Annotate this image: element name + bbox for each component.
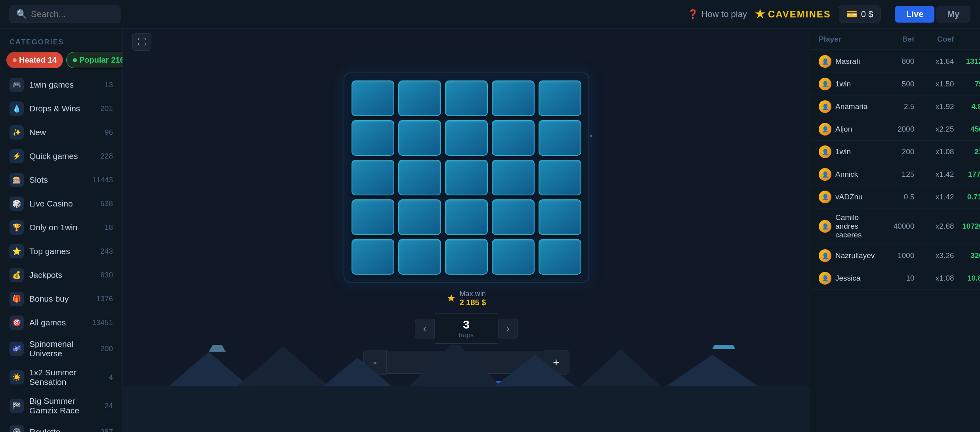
tab-live[interactable]: Live: [895, 6, 934, 23]
lb-coef-1: x1.50: [914, 80, 954, 88]
fullscreen-button[interactable]: ⛶: [132, 33, 151, 51]
mine-cell-15[interactable]: [352, 199, 394, 235]
pill-popular[interactable]: Popular 216: [66, 52, 123, 68]
mine-cell-4[interactable]: [539, 80, 581, 116]
mine-cell-20[interactable]: [352, 239, 394, 275]
mine-cell-9[interactable]: [539, 120, 581, 156]
mine-cell-24[interactable]: [539, 239, 581, 275]
traps-count: 3: [445, 318, 488, 331]
mine-cell-2[interactable]: [445, 80, 488, 116]
howtoplay-button[interactable]: ❓ How to play: [688, 9, 747, 19]
bet-plus-button[interactable]: +: [543, 350, 569, 375]
sidebar-item-9[interactable]: 🎁 Bonus buy 1376: [0, 287, 122, 311]
leaderboard-row-8: 👤 Nazrullayev 1000 x3.26 3260 $: [811, 245, 980, 267]
sidebar-icon-2: ✨: [10, 125, 24, 140]
sidebar-icon-7: ⭐: [10, 244, 24, 258]
sidebar-count-0: 13: [105, 80, 113, 89]
sidebar-icon-13: 🏁: [10, 399, 24, 413]
mines-grid: [344, 73, 589, 283]
search-bar[interactable]: 🔍: [10, 6, 120, 23]
mine-cell-11[interactable]: [398, 160, 441, 195]
lb-player-8: 👤 Nazrullayev: [819, 249, 875, 262]
traps-selector: ‹ 3 traps ›: [415, 313, 518, 344]
sidebar-label-9: Bonus buy: [29, 294, 91, 304]
right-panel: Player Bet Coef Win 👤 Masrafi 800 x1.64 …: [810, 29, 980, 432]
sidebar-item-12[interactable]: ☀️ 1x2 Summer Sensation 4: [0, 363, 122, 392]
howtoplay-label: How to play: [701, 9, 747, 19]
sidebar-label-11: Spinomenal Universe: [29, 339, 95, 358]
header-win: Win: [954, 35, 980, 44]
mine-cell-12[interactable]: [445, 160, 488, 195]
sidebar-item-6[interactable]: 🏆 Only on 1win 18: [0, 216, 122, 239]
play-button[interactable]: Play: [423, 381, 510, 406]
traps-prev-button[interactable]: ‹: [415, 319, 435, 338]
mine-cell-21[interactable]: [398, 239, 441, 275]
mine-cell-0[interactable]: [352, 80, 394, 116]
logo-star-icon: ★: [755, 8, 765, 21]
sidebar-icon-9: 🎁: [10, 292, 24, 306]
mine-cell-1[interactable]: [398, 80, 441, 116]
mine-cell-8[interactable]: [492, 120, 535, 156]
lb-avatar-9: 👤: [819, 272, 831, 285]
lb-win-9: 10.8 R$: [954, 274, 980, 283]
sidebar-item-11[interactable]: 🌌 Spinomenal Universe 200: [0, 335, 122, 363]
header-coef: Coef: [914, 35, 954, 44]
mine-cell-13[interactable]: [492, 160, 535, 195]
sidebar-label-7: Top games: [29, 247, 95, 256]
popular-label: Popular: [79, 55, 109, 65]
sidebar-label-13: Big Summer Gamzix Race: [29, 396, 99, 415]
sidebar-item-4[interactable]: 🎰 Slots 11443: [0, 168, 122, 192]
sidebar-item-7[interactable]: ⭐ Top games 243: [0, 239, 122, 263]
mine-cell-19[interactable]: [539, 199, 581, 235]
lb-avatar-0: 👤: [819, 55, 831, 68]
sidebar-label-12: 1x2 Summer Sensation: [29, 368, 103, 387]
tab-my[interactable]: My: [936, 6, 970, 23]
mine-cell-7[interactable]: [445, 120, 488, 156]
mine-cell-3[interactable]: [492, 80, 535, 116]
main-layout: CATEGORIES Heated 14 Popular 216 🎮 1win …: [0, 29, 980, 432]
lb-bet-2: 2.5: [875, 102, 914, 111]
mine-cell-14[interactable]: [539, 160, 581, 195]
lb-player-4: 👤 1win: [819, 145, 875, 158]
search-input[interactable]: [31, 9, 114, 19]
mine-cell-17[interactable]: [445, 199, 488, 235]
pill-heated[interactable]: Heated 14: [6, 52, 63, 68]
bet-minus-button[interactable]: -: [363, 350, 387, 375]
mine-cell-18[interactable]: [492, 199, 535, 235]
mine-cell-10[interactable]: [352, 160, 394, 195]
search-icon: 🔍: [16, 9, 27, 19]
mine-cell-16[interactable]: [398, 199, 441, 235]
mine-cell-22[interactable]: [445, 239, 488, 275]
sidebar-icon-8: 💰: [10, 268, 24, 282]
sidebar-item-10[interactable]: 🎯 All games 13451: [0, 311, 122, 335]
wallet-icon: 💳: [846, 9, 857, 19]
lb-name-9: Jessica: [835, 274, 860, 283]
lb-name-7: Camilo andres caceres: [835, 213, 875, 239]
sidebar-item-13[interactable]: 🏁 Big Summer Gamzix Race 24: [0, 392, 122, 420]
logo-text: CAVEMINES: [768, 9, 831, 20]
sidebar-item-14[interactable]: 🎡 Roulette 287: [0, 420, 122, 432]
lb-win-0: 1312 Tk: [954, 57, 980, 66]
leaderboard-row-4: 👤 1win 200 x1.08 216 F: [811, 141, 980, 163]
mine-cell-6[interactable]: [398, 120, 441, 156]
sidebar-icon-5: 🎲: [10, 197, 24, 211]
sidebar-item-2[interactable]: ✨ New 96: [0, 120, 122, 144]
traps-next-button[interactable]: ›: [498, 319, 518, 338]
game-area: ⛶ ★ Max.win 2 185 $ ‹: [123, 29, 810, 432]
sidebar-label-0: 1win games: [29, 80, 99, 90]
sidebar-icon-4: 🎰: [10, 173, 24, 187]
sidebar-item-1[interactable]: 💧 Drops & Wins 201: [0, 97, 122, 120]
lb-win-6: 0.71 R$: [954, 193, 980, 201]
mine-cell-5[interactable]: [352, 120, 394, 156]
sidebar-item-5[interactable]: 🎲 Live Casino 538: [0, 192, 122, 216]
sidebar-item-8[interactable]: 💰 Jackpots 630: [0, 263, 122, 287]
sidebar-icon-0: 🎮: [10, 78, 24, 92]
lb-player-5: 👤 Annick: [819, 168, 875, 181]
wallet-display[interactable]: 💳 0 $: [839, 6, 881, 23]
lb-name-2: Anamaria: [835, 102, 867, 111]
sidebar-item-3[interactable]: ⚡ Quick games 228: [0, 144, 122, 168]
lb-coef-6: x1.42: [914, 193, 954, 201]
mine-cell-23[interactable]: [492, 239, 535, 275]
sidebar-item-0[interactable]: 🎮 1win games 13: [0, 73, 122, 97]
sidebar-label-2: New: [29, 128, 99, 137]
